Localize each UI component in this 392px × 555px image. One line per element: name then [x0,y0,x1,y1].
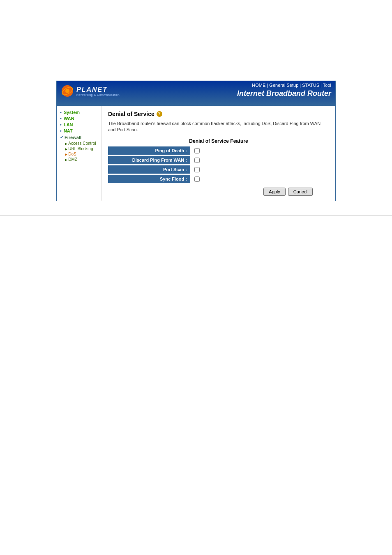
button-row: Apply Cancel [108,188,329,196]
sidebar-label-firewall: Firewall [65,135,81,140]
svg-point-2 [65,89,69,93]
help-icon[interactable]: ? [157,111,162,117]
planet-logo-text: PLANET Networking & Communication [76,86,120,96]
checkbox-port-scan[interactable] [194,167,200,172]
feature-section-title: Denial of Service Feature [108,138,329,144]
sidebar-label-wan: WAN [64,116,74,121]
label-ping-of-death: Ping of Death : [108,146,190,155]
nav-general-setup[interactable]: General Setup [269,83,298,88]
checkbox-sync-flood[interactable] [194,176,200,182]
bullet-lan: • [60,122,62,127]
feature-row-ping-of-death: Ping of Death : [108,146,329,155]
page-heading: Denial of Service ? [108,111,329,117]
sidebar-label-system: System [64,110,80,115]
router-body: • System • WAN • LAN • NAT [57,106,335,201]
sidebar-sub-dmz[interactable]: DMZ [65,157,98,162]
page-wrapper: PLANET Networking & Communication HOME |… [0,0,392,555]
sidebar-item-system[interactable]: • System [60,110,98,115]
main-content-area: PLANET Networking & Communication HOME |… [0,66,392,216]
sidebar-item-firewall[interactable]: Firewall [65,135,81,140]
checkbox-cell-port-scan [190,165,204,174]
label-discard-ping: Discard Ping From WAN : [108,156,190,164]
bullet-nat: • [60,128,62,133]
checkbox-cell-sync-flood [190,175,204,183]
apply-button[interactable]: Apply [263,188,286,196]
sidebar-item-nat[interactable]: • NAT [60,128,98,133]
sidebar-label-nat: NAT [64,128,73,133]
nav-tool[interactable]: Tool [323,83,331,88]
label-sync-flood: Sync Flood : [108,175,190,183]
logo-tagline: Networking & Communication [76,93,120,96]
feature-row-port-scan: Port Scan : [108,165,329,174]
description-text: The Broadband router's firewall can bloc… [108,121,329,133]
checkmark-icon: ✔ [60,135,64,140]
sidebar-sub: Access Control URL Blocking DoS DMZ [60,141,98,162]
nav-status[interactable]: STATUS [302,83,319,88]
router-frame: PLANET Networking & Communication HOME |… [56,81,336,201]
sidebar: • System • WAN • LAN • NAT [57,106,102,201]
sidebar-sub-url-blocking[interactable]: URL Blocking [65,146,98,151]
page-title: Denial of Service [108,111,154,117]
bullet-wan: • [60,116,62,121]
checkbox-ping-of-death[interactable] [194,148,200,153]
header-right: HOME | General Setup | STATUS | Tool Int… [237,83,331,98]
router-header: PLANET Networking & Communication HOME |… [57,81,335,106]
checkbox-cell-discard-ping [190,156,204,165]
nav-links: HOME | General Setup | STATUS | Tool [237,83,331,88]
bottom-space [0,216,392,463]
feature-row-discard-ping: Discard Ping From WAN : [108,156,329,165]
sidebar-sub-dos[interactable]: DoS [65,152,98,156]
sidebar-label-lan: LAN [64,122,73,127]
sidebar-item-lan[interactable]: • LAN [60,122,98,127]
main-panel: Denial of Service ? The Broadband router… [102,106,335,201]
feature-row-sync-flood: Sync Flood : [108,175,329,183]
sidebar-sub-access-control[interactable]: Access Control [65,141,98,146]
top-space [0,0,392,66]
planet-logo-icon [61,84,74,98]
nav-home[interactable]: HOME [252,83,265,88]
cancel-button[interactable]: Cancel [288,188,313,196]
router-title: Internet Broadband Router [237,89,331,98]
checkbox-cell-ping-of-death [190,146,204,155]
logo-brand-name: PLANET [76,86,120,93]
planet-logo: PLANET Networking & Communication [61,84,120,98]
checkbox-discard-ping[interactable] [194,158,200,163]
sidebar-item-wan[interactable]: • WAN [60,116,98,121]
firewall-label: ✔ Firewall [60,135,98,140]
bullet-system: • [60,110,62,115]
label-port-scan: Port Scan : [108,165,190,174]
bottom-separator [0,463,392,463]
